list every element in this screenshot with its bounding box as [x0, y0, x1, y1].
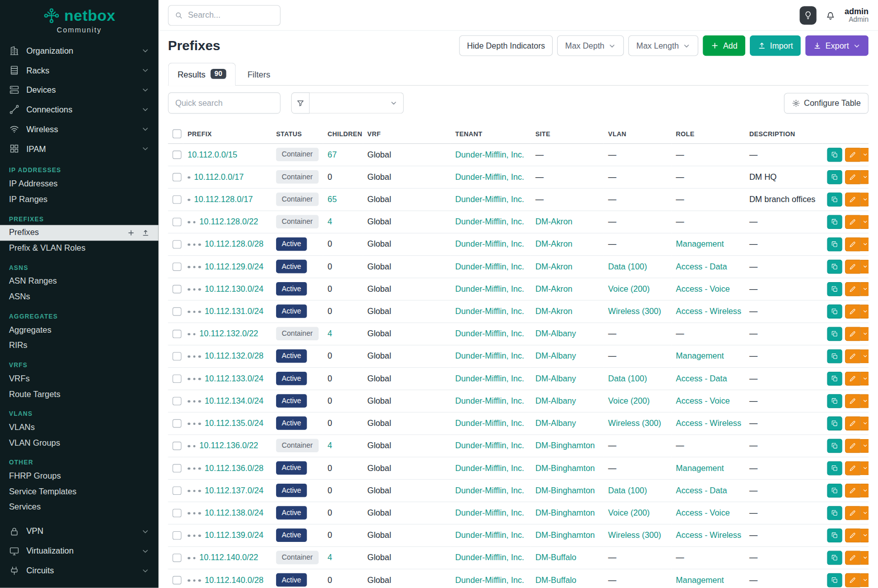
role-link[interactable]: Access - Wireless	[676, 419, 741, 428]
edit-button[interactable]	[845, 528, 860, 542]
prefix-link[interactable]: 10.112.0.0/15	[187, 150, 237, 159]
tenant-link[interactable]: Dunder-Mifflin, Inc.	[455, 374, 524, 383]
copy-button[interactable]	[827, 483, 843, 497]
column-header-status[interactable]: STATUS	[272, 124, 323, 143]
import-button[interactable]: Import	[750, 35, 801, 56]
sidebar-item-vrfs[interactable]: VRFs	[0, 371, 159, 386]
sidebar-item-service-templates[interactable]: Service Templates	[0, 484, 159, 499]
site-link[interactable]: DM-Binghamton	[536, 441, 595, 450]
copy-button[interactable]	[827, 304, 843, 319]
copy-button[interactable]	[827, 551, 843, 565]
edit-dropdown-button[interactable]	[860, 394, 869, 408]
copy-button[interactable]	[827, 237, 843, 251]
site-link[interactable]: DM-Akron	[536, 240, 572, 249]
edit-dropdown-button[interactable]	[860, 439, 869, 453]
copy-button[interactable]	[827, 573, 843, 587]
hide-depth-indicators-button[interactable]: Hide Depth Indicators	[459, 35, 553, 56]
edit-button[interactable]	[845, 371, 860, 385]
tenant-link[interactable]: Dunder-Mifflin, Inc.	[455, 284, 524, 293]
copy-button[interactable]	[827, 170, 843, 184]
tenant-link[interactable]: Dunder-Mifflin, Inc.	[455, 397, 524, 406]
row-checkbox[interactable]	[172, 330, 181, 338]
prefix-link[interactable]: 10.112.0.0/17	[194, 172, 244, 181]
sidebar-item-devices[interactable]: Devices	[0, 80, 159, 100]
copy-button[interactable]	[827, 147, 843, 162]
edit-button[interactable]	[845, 461, 860, 475]
row-checkbox[interactable]	[172, 464, 181, 473]
prefix-link[interactable]: 10.112.132.0/22	[199, 329, 258, 338]
row-checkbox[interactable]	[172, 419, 181, 428]
column-header-tenant[interactable]: TENANT	[451, 124, 531, 143]
sidebar-item-services[interactable]: Services	[0, 499, 159, 515]
prefix-link[interactable]: 10.112.136.0/22	[199, 441, 258, 450]
edit-button[interactable]	[845, 483, 860, 497]
column-header-vrf[interactable]: VRF	[363, 124, 451, 143]
vlan-link[interactable]: Data (100)	[608, 262, 647, 271]
children-count-link[interactable]: 67	[328, 150, 337, 159]
tenant-link[interactable]: Dunder-Mifflin, Inc.	[455, 441, 524, 450]
edit-dropdown-button[interactable]	[860, 573, 869, 587]
site-link[interactable]: DM-Binghamton	[536, 463, 595, 473]
max-length-dropdown[interactable]: Max Length	[629, 35, 699, 56]
edit-dropdown-button[interactable]	[860, 170, 869, 184]
edit-button[interactable]	[845, 147, 860, 162]
edit-dropdown-button[interactable]	[860, 304, 869, 319]
role-link[interactable]: Access - Voice	[676, 397, 730, 406]
user-menu[interactable]: admin Admin	[845, 7, 868, 23]
tab-results[interactable]: Results 90	[168, 63, 236, 86]
tenant-link[interactable]: Dunder-Mifflin, Inc.	[455, 150, 524, 159]
vlan-link[interactable]: Data (100)	[608, 374, 647, 383]
site-link[interactable]: DM-Albany	[536, 351, 576, 361]
tenant-link[interactable]: Dunder-Mifflin, Inc.	[455, 419, 524, 428]
tenant-link[interactable]: Dunder-Mifflin, Inc.	[455, 463, 524, 473]
edit-button[interactable]	[845, 573, 860, 587]
row-checkbox[interactable]	[172, 262, 181, 271]
filter-button[interactable]	[291, 92, 310, 113]
vlan-link[interactable]: Data (100)	[608, 486, 647, 495]
row-checkbox[interactable]	[172, 240, 181, 249]
copy-button[interactable]	[827, 394, 843, 408]
copy-button[interactable]	[827, 349, 843, 363]
column-header-role[interactable]: ROLE	[671, 124, 745, 143]
children-count-link[interactable]: 4	[328, 329, 332, 338]
sidebar-item-asns[interactable]: ASNs	[0, 289, 159, 304]
quick-add-icon[interactable]	[127, 229, 135, 237]
role-link[interactable]: Access - Voice	[676, 284, 730, 293]
sidebar-item-vpn[interactable]: VPN	[0, 522, 159, 541]
row-checkbox[interactable]	[172, 285, 181, 294]
tenant-link[interactable]: Dunder-Mifflin, Inc.	[455, 351, 524, 361]
max-depth-dropdown[interactable]: Max Depth	[557, 35, 624, 56]
edit-dropdown-button[interactable]	[860, 416, 869, 430]
copy-button[interactable]	[827, 461, 843, 475]
prefix-link[interactable]: 10.112.128.0/22	[199, 217, 258, 226]
tenant-link[interactable]: Dunder-Mifflin, Inc.	[455, 553, 524, 562]
quick-import-icon[interactable]	[142, 229, 149, 237]
add-button[interactable]: Add	[703, 35, 745, 56]
tenant-link[interactable]: Dunder-Mifflin, Inc.	[455, 508, 524, 518]
edit-dropdown-button[interactable]	[860, 506, 869, 520]
sidebar-item-vlan-groups[interactable]: VLAN Groups	[0, 435, 159, 450]
row-checkbox[interactable]	[172, 195, 181, 204]
row-checkbox[interactable]	[172, 509, 181, 518]
site-link[interactable]: DM-Binghamton	[536, 531, 595, 540]
tenant-link[interactable]: Dunder-Mifflin, Inc.	[455, 172, 524, 181]
select-all-checkbox[interactable]	[172, 129, 181, 138]
role-link[interactable]: Management	[676, 240, 724, 249]
row-checkbox[interactable]	[172, 486, 181, 495]
role-link[interactable]: Access - Voice	[676, 508, 730, 518]
sidebar-item-circuits[interactable]: Circuits	[0, 561, 159, 580]
copy-button[interactable]	[827, 327, 843, 341]
edit-dropdown-button[interactable]	[860, 282, 869, 296]
column-header-vlan[interactable]: VLAN	[604, 124, 672, 143]
tenant-link[interactable]: Dunder-Mifflin, Inc.	[455, 575, 524, 584]
role-link[interactable]: Access - Wireless	[676, 307, 741, 316]
sidebar-item-fhrp-groups[interactable]: FHRP Groups	[0, 468, 159, 484]
prefix-link[interactable]: 10.112.132.0/28	[205, 351, 263, 361]
edit-dropdown-button[interactable]	[860, 259, 869, 273]
role-link[interactable]: Access - Data	[676, 486, 727, 495]
sidebar-item-prefix-vlan-roles[interactable]: Prefix & VLAN Roles	[0, 241, 159, 256]
edit-dropdown-button[interactable]	[860, 461, 869, 475]
site-link[interactable]: DM-Akron	[536, 262, 572, 271]
prefix-link[interactable]: 10.112.137.0/24	[205, 486, 263, 495]
export-button[interactable]: Export	[806, 35, 869, 56]
